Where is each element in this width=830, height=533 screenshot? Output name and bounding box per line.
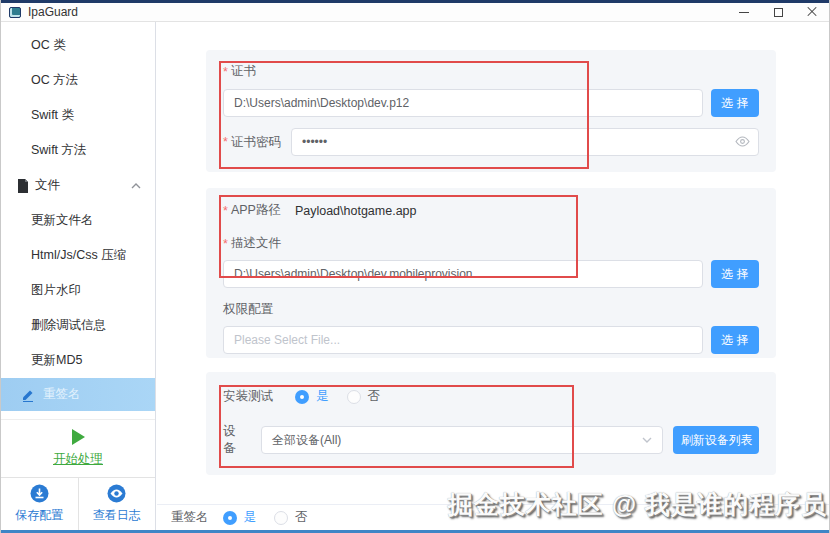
chevron-up-icon <box>131 183 141 189</box>
install-test-radio-yes[interactable] <box>295 390 309 404</box>
edit-pen-icon <box>21 388 35 402</box>
chevron-down-icon <box>642 437 652 443</box>
sidebar-item-image-watermark[interactable]: 图片水印 <box>1 273 155 308</box>
install-test-yes-label[interactable]: 是 <box>316 388 329 405</box>
sidebar-item-label: 更新MD5 <box>31 352 82 369</box>
sidebar: OC 类 OC 方法 Swift 类 Swift 方法 文件 更新文件名 Htm… <box>1 22 156 530</box>
close-icon <box>807 7 817 17</box>
sidebar-item-label: Swift 类 <box>31 107 74 124</box>
sidebar-item-update-md5[interactable]: 更新MD5 <box>1 343 155 378</box>
required-marker: * <box>223 65 228 79</box>
eye-circle-icon <box>107 484 126 503</box>
start-processing-button[interactable]: 开始处理 <box>1 419 155 477</box>
minimize-icon <box>739 12 749 13</box>
title-bar: IpaGuard <box>1 3 829 22</box>
sidebar-item-label: Html/Js/Css 压缩 <box>31 247 126 264</box>
file-icon <box>17 179 29 193</box>
app-path-label: APP路径 <box>231 202 281 219</box>
sidebar-item-oc-method[interactable]: OC 方法 <box>1 63 155 98</box>
save-config-label: 保存配置 <box>15 507 63 524</box>
maximize-icon <box>774 8 783 17</box>
profile-section: * APP路径 Payload\hotgame.app * 描述文件 选 择 权… <box>206 188 776 358</box>
sidebar-item-html-js-css-compress[interactable]: Html/Js/Css 压缩 <box>1 238 155 273</box>
sidebar-item-label: 删除调试信息 <box>31 317 106 334</box>
view-log-button[interactable]: 查看日志 <box>79 478 156 530</box>
sidebar-nav: OC 类 OC 方法 Swift 类 Swift 方法 文件 更新文件名 Htm… <box>1 22 155 411</box>
minimize-button[interactable] <box>727 3 761 21</box>
profile-label: 描述文件 <box>231 235 281 252</box>
sidebar-item-label: Swift 方法 <box>31 142 87 159</box>
cert-password-input[interactable] <box>291 128 759 156</box>
sidebar-item-remove-debug-info[interactable]: 删除调试信息 <box>1 308 155 343</box>
sidebar-item-swift-method[interactable]: Swift 方法 <box>1 133 155 168</box>
required-marker: * <box>223 135 228 149</box>
device-select-value: 全部设备(All) <box>272 432 341 449</box>
required-marker: * <box>223 237 228 251</box>
certificate-section: * 证书 选 择 * 证书密码 <box>206 50 776 172</box>
profile-path-input[interactable] <box>223 260 703 288</box>
install-test-section: 安装测试 是 否 设备 全部设备(All) 刷新设备列表 <box>206 372 776 475</box>
entitlements-file-input[interactable] <box>223 326 703 354</box>
maximize-button[interactable] <box>761 3 795 21</box>
sidebar-item-swift-class[interactable]: Swift 类 <box>1 98 155 133</box>
certificate-path-input[interactable] <box>223 89 703 117</box>
window-title: IpaGuard <box>28 5 78 19</box>
resign-radio-yes[interactable] <box>223 511 237 525</box>
resign-no-label[interactable]: 否 <box>295 509 308 526</box>
install-test-label: 安装测试 <box>223 388 273 405</box>
app-window: IpaGuard OC 类 OC 方法 Swift 类 Swift 方法 文件 … <box>0 0 830 533</box>
sidebar-item-label: 更新文件名 <box>31 212 94 229</box>
sidebar-item-label: 重签名 <box>43 386 81 403</box>
sidebar-item-label: OC 类 <box>31 37 66 54</box>
certificate-label: 证书 <box>231 63 256 80</box>
sidebar-item-update-filename[interactable]: 更新文件名 <box>1 203 155 238</box>
certificate-select-button[interactable]: 选 择 <box>711 89 759 117</box>
eye-icon[interactable] <box>735 136 750 147</box>
save-config-button[interactable]: 保存配置 <box>1 478 79 530</box>
install-test-no-label[interactable]: 否 <box>368 388 381 405</box>
resign-label: 重签名 <box>171 509 209 526</box>
window-controls <box>727 3 829 21</box>
sidebar-item-resign[interactable]: 重签名 <box>1 378 155 411</box>
sidebar-item-label: 图片水印 <box>31 282 81 299</box>
app-icon <box>9 7 21 18</box>
sidebar-item-label: OC 方法 <box>31 72 78 89</box>
sidebar-item-oc-class[interactable]: OC 类 <box>1 28 155 63</box>
app-path-value: Payload\hotgame.app <box>295 204 417 218</box>
resign-row: 重签名 是 否 <box>157 504 829 530</box>
install-test-radio-no[interactable] <box>347 390 361 404</box>
resign-yes-label[interactable]: 是 <box>244 509 257 526</box>
sidebar-item-label: 文件 <box>35 177 60 194</box>
play-icon <box>72 429 85 445</box>
profile-select-button[interactable]: 选 择 <box>711 260 759 288</box>
entitlements-label: 权限配置 <box>223 301 273 318</box>
view-log-label: 查看日志 <box>93 507 141 524</box>
cert-password-label: 证书密码 <box>231 134 281 151</box>
resign-radio-no[interactable] <box>274 511 288 525</box>
device-select[interactable]: 全部设备(All) <box>261 426 663 454</box>
download-circle-icon <box>30 484 49 503</box>
entitlements-select-button[interactable]: 选 择 <box>711 326 759 354</box>
main-content: * 证书 选 择 * 证书密码 <box>157 22 829 530</box>
refresh-device-list-button[interactable]: 刷新设备列表 <box>673 426 759 454</box>
close-button[interactable] <box>795 3 829 21</box>
required-marker: * <box>223 204 228 218</box>
device-label: 设备 <box>223 423 247 457</box>
sidebar-group-files[interactable]: 文件 <box>1 168 155 203</box>
start-processing-label: 开始处理 <box>53 451 103 468</box>
sidebar-footer: 保存配置 查看日志 <box>1 477 155 530</box>
